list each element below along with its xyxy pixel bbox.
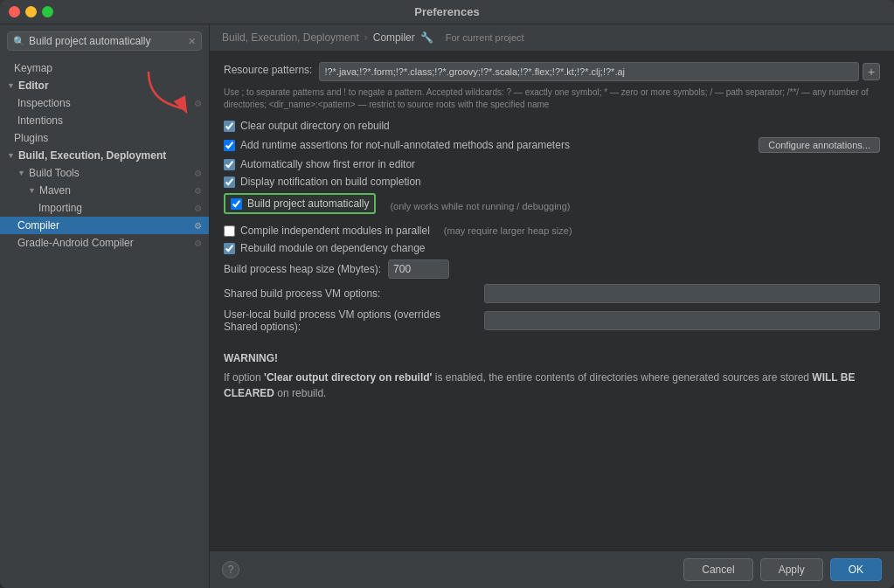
first-error-checkbox[interactable] xyxy=(224,159,235,170)
build-execution-chevron: ▼ xyxy=(7,151,15,160)
sidebar-item-build-tools[interactable]: ▼ Build Tools ⚙ xyxy=(0,164,209,182)
gradle-android-label: Gradle-Android Compiler xyxy=(17,237,134,249)
sidebar-item-gradle-android[interactable]: Gradle-Android Compiler ⚙ xyxy=(0,234,209,252)
panel-header: Build, Execution, Deployment › Compiler … xyxy=(210,24,894,52)
sidebar-item-intentions[interactable]: Intentions xyxy=(0,112,209,129)
build-tools-gear-icon: ⚙ xyxy=(194,169,202,178)
heap-label: Build process heap size (Mbytes): xyxy=(224,263,381,275)
compile-parallel-note: (may require larger heap size) xyxy=(444,225,572,236)
build-auto-row: Build project automatically xyxy=(224,193,376,214)
ok-button[interactable]: OK xyxy=(830,558,882,581)
bottom-left: ? xyxy=(222,561,239,578)
sidebar-item-plugins[interactable]: Plugins xyxy=(0,129,209,147)
runtime-assertions-checkbox[interactable] xyxy=(224,140,235,151)
shared-vm-row: Shared build process VM options: xyxy=(224,284,880,303)
preferences-window: Preferences 🔍 ✕ Keymap ▼ Editor Insp xyxy=(0,0,894,588)
sidebar-item-maven[interactable]: ▼ Maven ⚙ xyxy=(0,182,209,199)
resource-patterns-row: Resource patterns: + xyxy=(224,62,880,81)
display-notification-label: Display notification on build completion xyxy=(240,176,421,188)
resource-add-button[interactable]: + xyxy=(863,63,880,80)
close-button[interactable] xyxy=(9,6,20,17)
importing-gear-icon: ⚙ xyxy=(194,204,202,213)
sidebar-item-compiler[interactable]: Compiler ⚙ xyxy=(0,217,209,234)
titlebar: Preferences xyxy=(0,0,894,24)
resource-hint: Use ; to separate patterns and ! to nega… xyxy=(224,86,880,111)
clear-output-checkbox[interactable] xyxy=(224,121,235,132)
heap-row: Build process heap size (Mbytes): xyxy=(224,259,880,279)
rebuild-module-label: Rebuild module on dependency change xyxy=(240,242,426,254)
inspections-gear-icon: ⚙ xyxy=(194,99,202,108)
cancel-button[interactable]: Cancel xyxy=(683,558,752,581)
compiler-label: Compiler xyxy=(17,219,59,232)
compile-parallel-row: Compile independent modules in parallel xyxy=(224,225,430,237)
build-tools-chevron: ▼ xyxy=(17,169,25,177)
runtime-assertions-label: Add runtime assertions for not-null-anno… xyxy=(240,139,570,151)
plugins-label: Plugins xyxy=(14,132,48,144)
build-auto-note: (only works while not running / debuggin… xyxy=(390,201,570,211)
user-vm-label: User-local build process VM options (ove… xyxy=(224,308,477,333)
sidebar-item-editor[interactable]: ▼ Editor xyxy=(0,77,209,94)
breadcrumb-path2: Compiler xyxy=(373,31,415,44)
sidebar-item-build-execution[interactable]: ▼ Build, Execution, Deployment xyxy=(0,147,209,164)
sidebar-item-inspections[interactable]: Inspections ⚙ xyxy=(0,94,209,112)
editor-label: Editor xyxy=(18,80,49,92)
user-vm-input[interactable] xyxy=(484,311,880,330)
search-input[interactable] xyxy=(29,35,184,47)
resource-patterns-input[interactable] xyxy=(319,62,859,81)
resource-patterns-label: Resource patterns: xyxy=(224,64,312,76)
build-auto-container: Build project automatically (only works … xyxy=(224,193,880,219)
user-vm-row: User-local build process VM options (ove… xyxy=(224,308,880,333)
build-execution-label: Build, Execution, Deployment xyxy=(18,149,166,162)
clear-output-row: Clear output directory on rebuild xyxy=(224,120,880,132)
first-error-row: Automatically show first error in editor xyxy=(224,158,880,170)
window-title: Preferences xyxy=(414,5,479,18)
search-bar[interactable]: 🔍 ✕ xyxy=(7,31,202,51)
help-button[interactable]: ? xyxy=(222,561,239,578)
compiler-gear-icon: ⚙ xyxy=(194,221,202,231)
apply-button[interactable]: Apply xyxy=(760,558,823,581)
bottom-bar: ? Cancel Apply OK xyxy=(210,550,894,588)
intentions-label: Intentions xyxy=(17,114,63,127)
help-icon: ? xyxy=(228,564,234,576)
compile-parallel-container: Compile independent modules in parallel … xyxy=(224,225,880,237)
traffic-lights xyxy=(9,6,53,17)
maven-gear-icon: ⚙ xyxy=(194,186,202,196)
editor-chevron: ▼ xyxy=(7,81,15,90)
breadcrumb-path1: Build, Execution, Deployment xyxy=(222,31,359,44)
display-notification-checkbox[interactable] xyxy=(224,176,235,188)
build-auto-label: Build project automatically xyxy=(247,197,369,210)
bottom-right: Cancel Apply OK xyxy=(683,558,882,581)
maven-chevron: ▼ xyxy=(28,186,36,195)
display-notification-row: Display notification on build completion xyxy=(224,176,880,188)
configure-annotations-button[interactable]: Configure annotations... xyxy=(759,137,880,153)
warning-body: If option 'Clear output directory on reb… xyxy=(224,370,880,401)
maximize-button[interactable] xyxy=(42,6,53,17)
shared-vm-input[interactable] xyxy=(484,284,880,303)
compile-parallel-label: Compile independent modules in parallel xyxy=(240,225,430,237)
panel-body: Resource patterns: + Use ; to separate p… xyxy=(210,52,894,550)
clear-output-label: Clear output directory on rebuild xyxy=(240,120,390,132)
shared-vm-label: Shared build process VM options: xyxy=(224,287,477,300)
sidebar-tree: Keymap ▼ Editor Inspections ⚙ Intentions… xyxy=(0,56,209,255)
heap-input[interactable] xyxy=(388,259,449,279)
sidebar-item-importing[interactable]: Importing ⚙ xyxy=(0,199,209,217)
warning-title: WARNING! xyxy=(224,350,880,366)
sidebar: 🔍 ✕ Keymap ▼ Editor Inspections ⚙ Int xyxy=(0,24,210,588)
main-content: 🔍 ✕ Keymap ▼ Editor Inspections ⚙ Int xyxy=(0,24,894,588)
build-tools-label: Build Tools xyxy=(29,167,80,179)
rebuild-module-checkbox[interactable] xyxy=(224,243,235,254)
maven-label: Maven xyxy=(39,184,71,197)
keymap-label: Keymap xyxy=(14,62,52,74)
minimize-button[interactable] xyxy=(25,6,37,17)
compile-parallel-checkbox[interactable] xyxy=(224,225,235,237)
breadcrumb-info: For current project xyxy=(446,32,524,43)
runtime-assertions-left: Add runtime assertions for not-null-anno… xyxy=(224,139,570,151)
warning-emphasis: 'Clear output directory on rebuild' xyxy=(264,371,432,384)
breadcrumb-separator: › xyxy=(364,31,368,44)
breadcrumb-icon: 🔧 xyxy=(420,31,433,44)
runtime-assertions-row: Add runtime assertions for not-null-anno… xyxy=(224,137,880,153)
importing-label: Importing xyxy=(38,202,82,214)
sidebar-item-keymap[interactable]: Keymap xyxy=(0,59,209,77)
build-auto-checkbox[interactable] xyxy=(231,198,242,210)
search-clear-icon[interactable]: ✕ xyxy=(188,36,196,47)
